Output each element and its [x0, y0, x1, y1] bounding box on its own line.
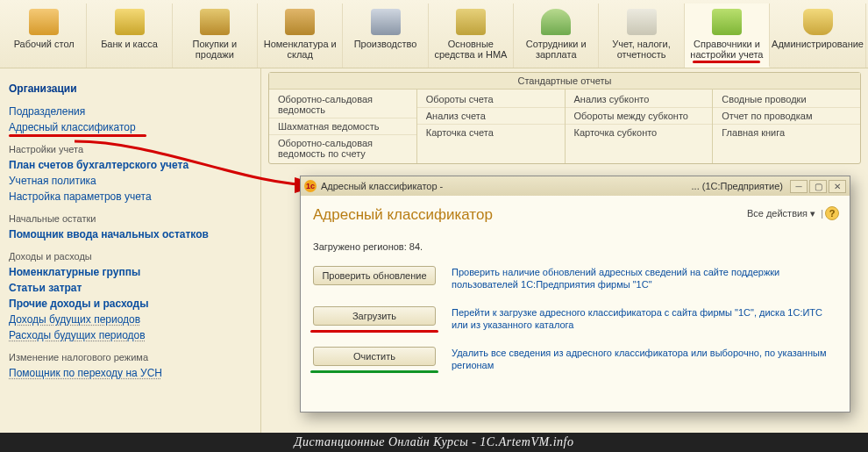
desktop-icon — [27, 7, 60, 37]
load-button[interactable]: Загрузить — [313, 306, 436, 326]
toolbar-sales[interactable]: Покупки и продажи — [173, 4, 258, 68]
tools-icon — [369, 7, 402, 37]
page-footer: Дистанционные Онлайн Курсы - 1C.ArtemVM.… — [0, 433, 868, 452]
load-desc: Перейти к загрузке адресного классификат… — [452, 306, 829, 331]
person-icon — [539, 7, 573, 37]
sidebar-cost-items[interactable]: Статьи затрат — [9, 280, 252, 296]
toolbar-employees[interactable]: Сотрудники и зарплата — [514, 4, 599, 68]
logo-1c-icon: 1c — [304, 180, 317, 192]
report-link[interactable]: Карточка счета — [417, 125, 565, 140]
report-link[interactable]: Отчет по проводкам — [713, 108, 860, 125]
reports-title: Стандартные отчеты — [269, 73, 860, 90]
sidebar-usn-helper[interactable]: Помощник по переходу на УСН — [9, 365, 252, 381]
admin-icon — [801, 7, 835, 37]
sidebar-tax-head: Изменение налогового режима — [9, 352, 252, 362]
clear-button[interactable]: Очистить — [313, 347, 436, 366]
sidebar-future-expenses[interactable]: Расходы будущих периодов — [9, 327, 252, 343]
sidebar-income-head: Доходы и расходы — [9, 251, 252, 262]
sidebar-accounting-policy[interactable]: Учетная политика — [9, 173, 252, 189]
toolbar-label: Номенклатура и склад — [260, 39, 340, 60]
toolbar-label: Учет, налоги, отчетность — [601, 39, 681, 60]
close-button[interactable]: ✕ — [829, 180, 846, 193]
toolbar-label: Основные средства и НМА — [430, 39, 511, 60]
report-link[interactable]: Обороты между субконто — [566, 108, 713, 125]
check-update-desc: Проверить наличие обновлений адресных св… — [452, 266, 829, 291]
toolbar-stock[interactable]: Номенклатура и склад — [258, 4, 343, 68]
report-link[interactable]: Анализ счета — [417, 108, 565, 125]
sidebar-future-income[interactable]: Доходы будущих периодов — [9, 312, 252, 327]
sidebar-nom-groups[interactable]: Номенклатурные группы — [9, 264, 252, 280]
check-update-button[interactable]: Проверить обновление — [313, 266, 436, 285]
clear-desc: Удалить все сведения из адресного класси… — [452, 347, 829, 371]
toolbar-label: Производство — [354, 39, 417, 49]
toolbar-desktop[interactable]: Рабочий стол — [2, 4, 87, 68]
toolbar-label: Администрирование — [772, 39, 864, 49]
sidebar-settings-head: Настройки учета — [9, 144, 252, 154]
sidebar-initial-helper[interactable]: Помощник ввода начальных остатков — [9, 226, 252, 242]
report-link[interactable]: Карточка субконто — [566, 125, 713, 140]
dialog-status: Загружено регионов: 84. — [313, 241, 837, 252]
report-link[interactable]: Оборотно-сальдовая ведомость — [269, 91, 416, 118]
toolbar-label: Покупки и продажи — [174, 39, 255, 60]
toolbar-references[interactable]: Справочники и настройки учета — [685, 4, 770, 68]
report-link[interactable]: Сводные проводки — [713, 91, 860, 108]
report-link[interactable]: Обороты счета — [417, 91, 565, 108]
report-link[interactable]: Анализ субконто — [566, 91, 713, 108]
sidebar-subdivisions[interactable]: Подразделения — [9, 104, 252, 119]
toolbar-label: Сотрудники и зарплата — [516, 39, 596, 60]
address-classifier-dialog: 1c Адресный классификатор - ... (1С:Пред… — [300, 176, 850, 413]
maximize-button[interactable]: ▢ — [809, 180, 827, 193]
reports-panel: Стандартные отчеты Оборотно-сальдовая ве… — [268, 72, 861, 164]
minimize-button[interactable]: ─ — [790, 180, 808, 193]
toolbar-production[interactable]: Производство — [343, 4, 428, 68]
sidebar-organizations[interactable]: Организации — [9, 83, 252, 95]
all-actions-menu[interactable]: Все действия ▾ — [743, 207, 819, 220]
help-button[interactable]: ? — [825, 206, 839, 220]
assets-icon — [454, 7, 487, 37]
toolbar-bank[interactable]: Банк и касса — [87, 4, 172, 68]
toolbar-admin[interactable]: Администрирование — [770, 4, 866, 68]
sidebar-params[interactable]: Настройка параметров учета — [9, 189, 252, 204]
report-link[interactable]: Оборотно-сальдовая ведомость по счету — [269, 135, 416, 161]
report-link[interactable]: Шахматная ведомость — [269, 118, 416, 135]
dialog-title: Адресный классификатор - ... (1С:Предпри… — [321, 181, 788, 191]
shelf-icon — [283, 7, 317, 37]
sidebar-other-income[interactable]: Прочие доходы и расходы — [9, 296, 252, 312]
sidebar-chart-accounts[interactable]: План счетов бухгалтерского учета — [9, 157, 252, 173]
toolbar-label: Справочники и настройки учета — [687, 39, 767, 60]
toolbar-label: Рабочий стол — [14, 39, 75, 49]
folders-icon — [710, 7, 743, 37]
sidebar: Организации Подразделения Адресный класс… — [0, 68, 261, 433]
toolbar-accounting[interactable]: Учет, налоги, отчетность — [599, 4, 684, 68]
doc-icon — [625, 7, 658, 37]
toolbar-assets[interactable]: Основные средства и НМА — [429, 4, 514, 68]
main-toolbar: Рабочий стол Банк и касса Покупки и прод… — [0, 0, 868, 68]
report-link[interactable]: Главная книга — [713, 125, 860, 140]
sidebar-address-classifier[interactable]: Адресный классификатор — [9, 119, 252, 135]
bank-icon — [113, 7, 146, 37]
sidebar-initial-head: Начальные остатки — [9, 213, 252, 224]
dialog-titlebar[interactable]: 1c Адресный классификатор - ... (1С:Пред… — [301, 176, 850, 196]
toolbar-label: Банк и касса — [101, 39, 158, 49]
cart-icon — [198, 7, 231, 37]
